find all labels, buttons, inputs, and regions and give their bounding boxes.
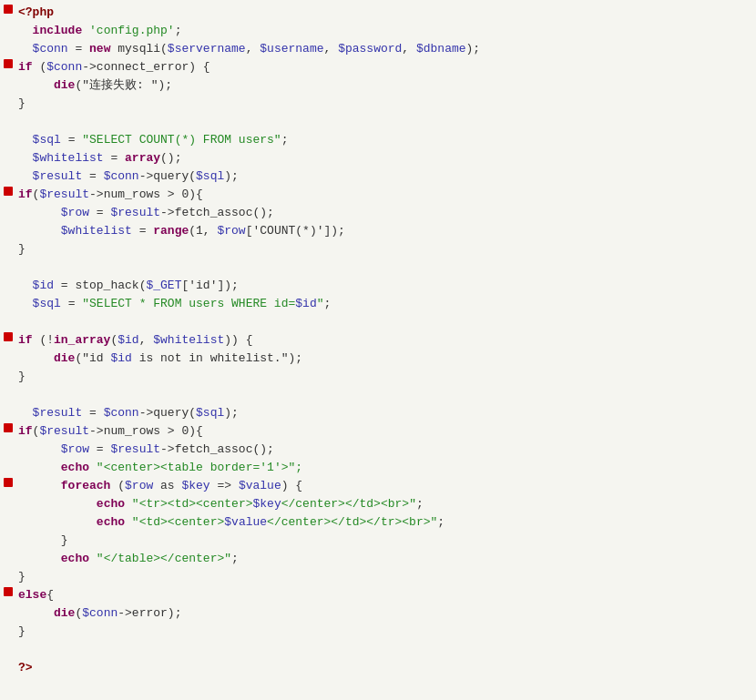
line-content: $whitelist = array(); (16, 149, 756, 167)
code-line: if($result->num_rows > 0){ (0, 422, 756, 441)
token-plain: } (18, 533, 68, 547)
token-plain: = (104, 151, 125, 165)
line-content: die($conn->error); (16, 604, 756, 623)
token-plain: } (18, 570, 26, 583)
token-plain (18, 461, 61, 474)
token-var: $dbname (416, 42, 466, 56)
code-line: $row = $result->fetch_assoc(); (0, 441, 756, 459)
line-content: if (!in_array($id, $whitelist)) { (16, 331, 756, 350)
gutter-marker (0, 204, 16, 205)
code-line: } (0, 623, 756, 641)
token-plain: ->connect_error) { (82, 60, 209, 74)
code-line: echo "<center><table border='1'>"; (0, 459, 756, 477)
token-str: "</table></center>" (97, 552, 231, 565)
token-kw: echo (97, 515, 125, 529)
code-line: else{ (0, 586, 756, 604)
code-line: echo "<td><center>$value</center></td></… (0, 513, 756, 532)
token-kw: echo (61, 552, 89, 565)
token-var: $_GET (146, 279, 181, 292)
gutter-marker (0, 368, 16, 369)
token-var: $result (110, 206, 160, 219)
token-var: $conn (104, 406, 139, 420)
token-plain: ); (466, 42, 481, 56)
token-var: $row (217, 224, 245, 238)
token-plain: mysqli( (110, 42, 167, 56)
line-content: } (16, 95, 756, 113)
token-plain: ->query( (139, 406, 196, 420)
line-content: $id = stop_hack($_GET['id']); (16, 277, 756, 295)
token-var: $conn (82, 606, 117, 620)
token-plain: { (46, 588, 54, 602)
token-plain (18, 406, 33, 420)
token-php-tag: <?php (18, 5, 54, 19)
token-var: $id (33, 279, 54, 292)
line-content (16, 259, 756, 277)
gutter-marker (0, 604, 16, 605)
token-plain: } (18, 96, 26, 110)
line-content: echo "<tr><td><center>$key</center></td>… (16, 495, 756, 513)
token-plain: ->error); (117, 606, 181, 620)
code-line: if (!in_array($id, $whitelist)) { (0, 331, 756, 350)
token-kw: if (18, 188, 33, 201)
token-plain: ; (437, 515, 444, 529)
gutter-marker (0, 95, 16, 96)
gutter-marker (0, 459, 16, 460)
line-content: } (16, 368, 756, 386)
code-line: } (0, 568, 756, 586)
code-line: $conn = new mysqli($servername, $usernam… (0, 40, 756, 58)
token-var: $key (181, 479, 209, 492)
token-var: $result (110, 442, 160, 456)
breakpoint-marker (4, 423, 13, 432)
code-line: foreach ($row as $key => $value) { (0, 477, 756, 495)
token-plain: , (246, 42, 261, 56)
code-line: die("id $id is not in whitelist."); (0, 350, 756, 368)
code-line: $id = stop_hack($_GET['id']); (0, 277, 756, 295)
line-content: $row = $result->fetch_assoc(); (16, 204, 756, 222)
gutter-marker (0, 186, 16, 196)
token-var: $whitelist (153, 333, 224, 347)
token-var: $result (39, 188, 89, 201)
token-fn: array (125, 151, 160, 165)
token-kw: if (18, 424, 33, 438)
token-plain: ("连接失败: "); (75, 78, 172, 92)
token-plain (89, 552, 97, 565)
token-var: $conn (33, 42, 68, 56)
token-kw: else (18, 588, 46, 602)
line-content: } (16, 568, 756, 586)
code-line (0, 113, 756, 131)
token-var: $id (295, 297, 316, 310)
token-var: $id (117, 333, 138, 347)
token-plain: ; (416, 497, 424, 511)
code-line: $sql = "SELECT * FROM users WHERE id=$id… (0, 295, 756, 313)
token-fn: die (54, 351, 75, 365)
token-var: $conn (46, 60, 82, 74)
line-content: $result = $conn->query($sql); (16, 404, 756, 422)
gutter-marker (0, 386, 16, 387)
gutter-marker (0, 550, 16, 551)
token-var: $password (338, 42, 402, 56)
line-content: <?php (16, 4, 756, 22)
line-content: } (16, 240, 756, 259)
gutter-marker (0, 76, 16, 77)
token-plain: (! (33, 333, 54, 347)
token-kw: if (18, 60, 33, 74)
gutter-marker (0, 350, 16, 350)
gutter-marker (0, 641, 16, 642)
line-content: $conn = new mysqli($servername, $usernam… (16, 40, 756, 58)
token-plain: ( (110, 479, 125, 492)
gutter-marker (0, 404, 16, 405)
token-plain (18, 552, 61, 565)
breakpoint-marker (4, 59, 13, 68)
token-str: 'config.php' (89, 24, 175, 37)
token-plain (18, 206, 61, 219)
code-line: die("连接失败: "); (0, 76, 756, 95)
token-plain (18, 497, 97, 511)
token-plain: ) { (281, 479, 302, 492)
code-line: } (0, 368, 756, 386)
gutter-marker (0, 441, 16, 441)
line-content: if($result->num_rows > 0){ (16, 422, 756, 441)
code-line: include 'config.php'; (0, 22, 756, 40)
token-kw: new (89, 42, 110, 56)
token-plain: } (18, 370, 26, 383)
code-line (0, 259, 756, 277)
